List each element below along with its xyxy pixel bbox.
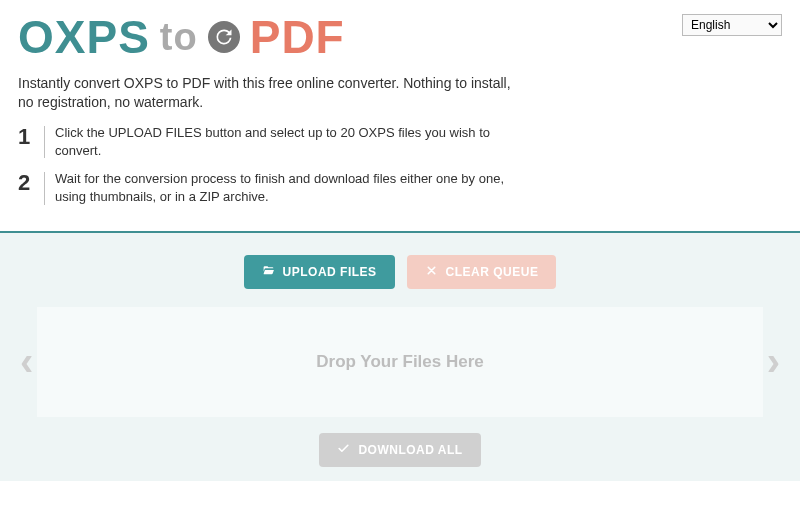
logo-word-to: to: [160, 18, 198, 56]
upload-files-button[interactable]: UPLOAD FILES: [244, 255, 395, 289]
logo-word-pdf: PDF: [250, 14, 345, 60]
step-separator: [44, 126, 45, 158]
carousel-prev-button[interactable]: ‹: [16, 339, 37, 384]
converter-panel: UPLOAD FILES CLEAR QUEUE ‹ Drop Your Fil…: [0, 233, 800, 481]
folder-open-icon: [262, 264, 275, 280]
language-select[interactable]: English: [682, 14, 782, 36]
step-number: 2: [18, 170, 36, 196]
step-number: 1: [18, 124, 36, 150]
logo-word-oxps: OXPS: [18, 14, 150, 60]
clear-queue-button[interactable]: CLEAR QUEUE: [407, 255, 557, 289]
steps-list: 1 Click the UPLOAD FILES button and sele…: [18, 124, 782, 207]
carousel-next-button[interactable]: ›: [763, 339, 784, 384]
site-logo: OXPS to PDF: [18, 14, 345, 60]
upload-button-label: UPLOAD FILES: [283, 265, 377, 279]
check-icon: [337, 442, 350, 458]
step-separator: [44, 172, 45, 204]
drop-zone-label: Drop Your Files Here: [316, 352, 484, 372]
step-item: 1 Click the UPLOAD FILES button and sele…: [18, 124, 782, 160]
step-item: 2 Wait for the conversion process to fin…: [18, 170, 782, 206]
convert-arrow-icon: [208, 21, 240, 53]
download-button-label: DOWNLOAD ALL: [358, 443, 462, 457]
close-icon: [425, 264, 438, 280]
download-all-button[interactable]: DOWNLOAD ALL: [319, 433, 480, 467]
step-text: Click the UPLOAD FILES button and select…: [55, 124, 525, 160]
clear-button-label: CLEAR QUEUE: [446, 265, 539, 279]
page-description: Instantly convert OXPS to PDF with this …: [18, 74, 518, 112]
file-drop-zone[interactable]: Drop Your Files Here: [37, 307, 762, 417]
step-text: Wait for the conversion process to finis…: [55, 170, 525, 206]
